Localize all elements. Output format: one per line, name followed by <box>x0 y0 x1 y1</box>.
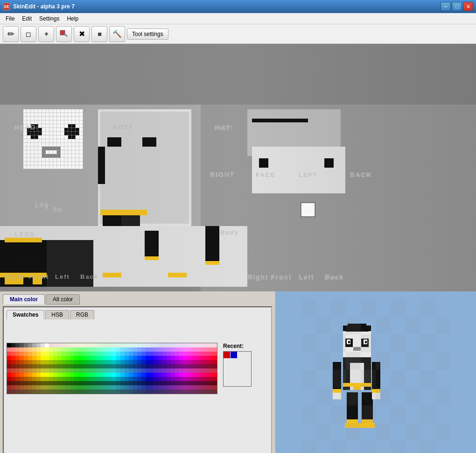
color-swatch[interactable] <box>120 364 125 368</box>
color-swatch[interactable] <box>141 360 146 364</box>
color-swatch[interactable] <box>196 360 200 364</box>
color-swatch[interactable] <box>204 385 209 389</box>
color-swatch[interactable] <box>45 364 49 368</box>
color-swatch[interactable] <box>158 373 162 377</box>
color-swatch[interactable] <box>183 381 188 385</box>
color-swatch[interactable] <box>209 373 213 377</box>
color-swatch[interactable] <box>209 385 213 389</box>
color-swatch[interactable] <box>125 360 129 364</box>
color-swatch[interactable] <box>36 356 41 360</box>
color-swatch[interactable] <box>45 368 49 373</box>
color-swatch[interactable] <box>83 347 87 352</box>
color-swatch[interactable] <box>213 352 217 356</box>
color-swatch[interactable] <box>24 381 28 385</box>
color-swatch[interactable] <box>91 381 95 385</box>
menu-file[interactable]: File <box>2 14 18 23</box>
color-swatch[interactable] <box>36 389 41 394</box>
color-swatch[interactable] <box>196 377 200 381</box>
color-swatch[interactable] <box>87 352 91 356</box>
color-swatch[interactable] <box>183 389 188 394</box>
rgb-tab[interactable]: RGB <box>70 310 94 319</box>
color-swatch[interactable] <box>95 364 99 368</box>
color-swatch[interactable] <box>120 381 125 385</box>
color-swatch[interactable] <box>24 385 28 389</box>
color-swatch[interactable] <box>120 352 125 356</box>
color-swatch[interactable] <box>167 377 171 381</box>
color-swatch[interactable] <box>112 373 116 377</box>
color-swatch[interactable] <box>41 347 45 352</box>
color-swatch[interactable] <box>95 352 99 356</box>
color-swatch[interactable] <box>204 381 209 385</box>
color-swatch[interactable] <box>32 347 36 352</box>
color-swatch[interactable] <box>192 352 196 356</box>
color-swatch[interactable] <box>129 343 133 347</box>
color-swatch[interactable] <box>158 356 162 360</box>
color-swatch[interactable] <box>62 373 66 377</box>
smudge-tool-button[interactable]: ◾ <box>91 26 107 42</box>
color-swatch[interactable] <box>171 356 175 360</box>
color-swatch[interactable] <box>171 377 175 381</box>
color-swatch[interactable] <box>154 389 158 394</box>
color-swatch[interactable] <box>196 356 200 360</box>
color-swatch[interactable] <box>112 356 116 360</box>
color-swatch[interactable] <box>150 356 154 360</box>
color-swatch[interactable] <box>129 352 133 356</box>
color-swatch[interactable] <box>11 368 15 373</box>
color-swatch[interactable] <box>15 343 20 347</box>
color-swatch[interactable] <box>99 381 104 385</box>
color-swatch[interactable] <box>62 343 66 347</box>
color-swatch[interactable] <box>87 377 91 381</box>
color-swatch[interactable] <box>36 364 41 368</box>
color-swatch[interactable] <box>204 347 209 352</box>
color-swatch[interactable] <box>162 385 167 389</box>
color-swatch[interactable] <box>192 381 196 385</box>
color-swatch[interactable] <box>104 373 108 377</box>
color-swatch[interactable] <box>24 373 28 377</box>
color-swatch[interactable] <box>32 356 36 360</box>
color-swatch[interactable] <box>192 343 196 347</box>
color-swatch[interactable] <box>112 381 116 385</box>
color-swatch[interactable] <box>116 347 120 352</box>
color-swatch[interactable] <box>154 356 158 360</box>
color-swatch[interactable] <box>108 364 112 368</box>
color-swatch[interactable] <box>28 368 32 373</box>
color-swatch[interactable] <box>141 352 146 356</box>
color-swatch[interactable] <box>112 389 116 394</box>
color-swatch[interactable] <box>91 360 95 364</box>
color-swatch[interactable] <box>179 368 183 373</box>
color-swatch[interactable] <box>179 373 183 377</box>
color-swatch[interactable] <box>95 343 99 347</box>
color-swatch[interactable] <box>7 381 11 385</box>
color-swatch[interactable] <box>49 347 53 352</box>
color-swatch[interactable] <box>188 347 192 352</box>
main-color-tab[interactable]: Main color <box>3 294 45 304</box>
color-swatch[interactable] <box>146 347 150 352</box>
color-swatch[interactable] <box>204 368 209 373</box>
recent-color-2[interactable] <box>231 352 237 358</box>
color-swatch[interactable] <box>41 368 45 373</box>
color-swatch[interactable] <box>175 377 179 381</box>
color-swatch[interactable] <box>28 377 32 381</box>
color-swatch[interactable] <box>171 347 175 352</box>
color-swatch[interactable] <box>66 356 70 360</box>
color-swatch[interactable] <box>183 347 188 352</box>
color-swatch[interactable] <box>57 373 62 377</box>
color-swatch[interactable] <box>209 360 213 364</box>
color-swatch[interactable] <box>11 373 15 377</box>
maximize-button[interactable]: □ <box>452 2 462 11</box>
color-swatch[interactable] <box>74 352 78 356</box>
color-swatch[interactable] <box>78 377 83 381</box>
color-swatch[interactable] <box>28 385 32 389</box>
color-swatch[interactable] <box>200 356 204 360</box>
color-swatch[interactable] <box>83 368 87 373</box>
color-swatch[interactable] <box>171 381 175 385</box>
color-swatch[interactable] <box>83 356 87 360</box>
color-swatch[interactable] <box>15 364 20 368</box>
color-swatch[interactable] <box>53 389 57 394</box>
color-swatch[interactable] <box>45 381 49 385</box>
color-swatch[interactable] <box>213 356 217 360</box>
color-swatch[interactable] <box>213 343 217 347</box>
color-swatch[interactable] <box>209 347 213 352</box>
color-swatch[interactable] <box>146 385 150 389</box>
color-swatch[interactable] <box>129 385 133 389</box>
